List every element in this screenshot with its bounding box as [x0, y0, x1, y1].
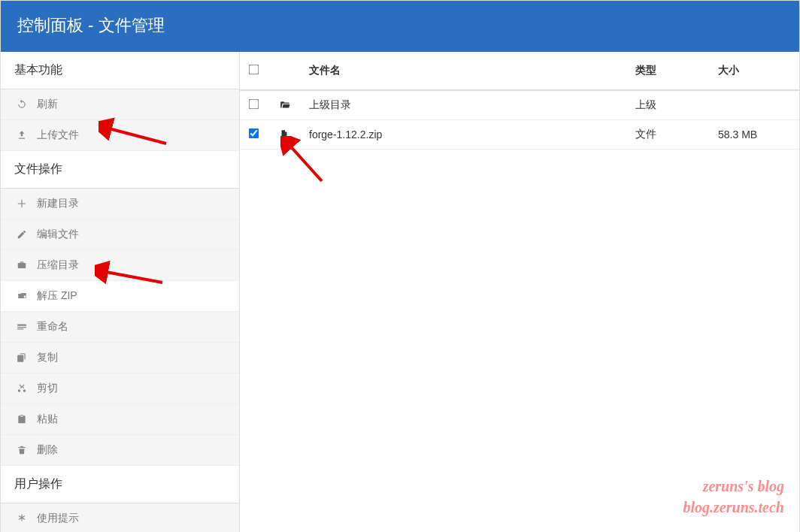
table-row[interactable]: 上级目录 上级 [240, 90, 799, 120]
sidebar-item-compress[interactable]: 压缩目录 [1, 250, 239, 281]
sidebar-item-label: 剪切 [37, 382, 58, 395]
row-size [709, 90, 799, 120]
header-check[interactable] [240, 52, 270, 90]
header-title-text: 控制面板 - 文件管理 [17, 16, 165, 35]
sidebar-item-label: 刷新 [37, 98, 58, 111]
sidebar-item-label: 编辑文件 [37, 228, 79, 241]
sidebar-item-paste[interactable]: 粘贴 [1, 404, 239, 435]
row-name[interactable]: 上级目录 [300, 90, 626, 120]
file-table: 文件名 类型 大小 上级目录 上级 [240, 52, 799, 150]
plus-icon [14, 198, 29, 209]
rename-icon [14, 322, 29, 332]
asterisk-icon [14, 513, 29, 524]
row-size: 58.3 MB [709, 120, 799, 150]
sidebar-item-label: 使用提示 [37, 512, 79, 525]
sidebar-item-cut[interactable]: 剪切 [1, 373, 239, 404]
sidebar: 基本功能 刷新 上传文件 文件操作 新建目录 [1, 52, 240, 532]
sidebar-item-label: 上传文件 [37, 128, 79, 142]
select-all-checkbox[interactable] [249, 65, 259, 75]
row-type: 文件 [626, 120, 709, 150]
row-checkbox[interactable] [249, 99, 259, 110]
folder-open-icon [270, 90, 300, 120]
file-icon [270, 120, 300, 150]
row-name[interactable]: forge-1.12.2.zip [300, 120, 626, 150]
paste-icon [14, 414, 29, 425]
cut-icon [14, 383, 29, 394]
sidebar-item-unzip[interactable]: 解压 ZIP [1, 281, 239, 312]
file-panel: 文件名 类型 大小 上级目录 上级 [240, 52, 799, 532]
header-name: 文件名 [300, 52, 626, 90]
sidebar-item-label: 重命名 [37, 320, 68, 334]
sidebar-item-delete[interactable]: 删除 [1, 435, 239, 466]
sidebar-item-label: 解压 ZIP [37, 289, 77, 303]
refresh-icon [14, 99, 29, 110]
sidebar-item-tips[interactable]: 使用提示 [1, 503, 239, 532]
sidebar-item-label: 粘贴 [37, 413, 58, 426]
row-checkbox[interactable] [249, 128, 259, 139]
table-header-row: 文件名 类型 大小 [240, 52, 799, 90]
sidebar-item-new-folder[interactable]: 新建目录 [1, 189, 239, 219]
sidebar-item-label: 压缩目录 [37, 258, 79, 272]
table-row[interactable]: forge-1.12.2.zip 文件 58.3 MB [240, 120, 799, 150]
sidebar-section-basic: 基本功能 [1, 52, 239, 89]
sidebar-item-copy[interactable]: 复制 [1, 343, 239, 373]
upload-icon [14, 130, 29, 141]
header-icon [270, 52, 300, 90]
sidebar-item-rename[interactable]: 重命名 [1, 312, 239, 343]
pencil-icon [14, 229, 29, 240]
sidebar-item-label: 新建目录 [37, 197, 79, 210]
sidebar-item-refresh[interactable]: 刷新 [1, 89, 239, 120]
header-type: 类型 [626, 52, 709, 90]
sidebar-section-userops: 用户操作 [1, 466, 239, 503]
sidebar-item-label: 复制 [37, 351, 58, 364]
copy-icon [14, 352, 29, 363]
row-type: 上级 [626, 90, 709, 120]
unzip-icon [14, 291, 29, 301]
sidebar-item-edit-file[interactable]: 编辑文件 [1, 219, 239, 250]
sidebar-item-label: 删除 [37, 443, 58, 457]
page-title: 控制面板 - 文件管理 [1, 1, 799, 52]
briefcase-icon [14, 260, 29, 271]
sidebar-section-fileops: 文件操作 [1, 151, 239, 189]
header-size: 大小 [709, 52, 799, 90]
trash-icon [14, 445, 29, 455]
sidebar-item-upload[interactable]: 上传文件 [1, 120, 239, 151]
